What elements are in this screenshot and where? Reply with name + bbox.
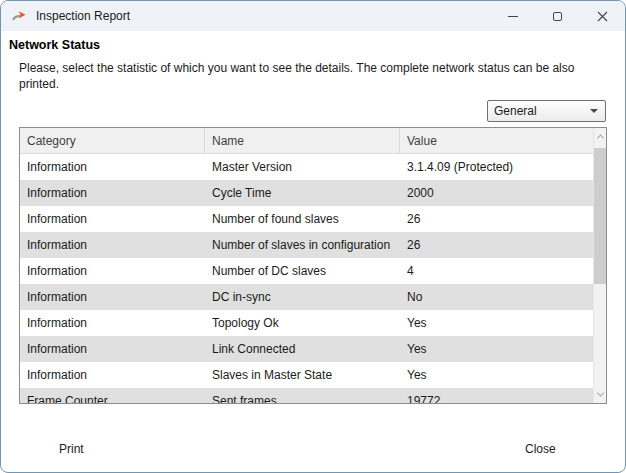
cell-value: Yes <box>400 316 593 330</box>
cell-value: 26 <box>400 212 593 226</box>
app-arrow-icon <box>11 8 27 24</box>
cell-category: Frame Counter <box>20 394 205 404</box>
chevron-up-icon <box>596 134 603 141</box>
cell-value: 26 <box>400 238 593 252</box>
print-button[interactable]: Print <box>51 437 92 461</box>
column-header-value[interactable]: Value <box>400 128 593 153</box>
table-row[interactable]: InformationSlaves in Master StateYes <box>20 362 593 388</box>
cell-category: Information <box>20 212 205 226</box>
table-row[interactable]: InformationNumber of found slaves26 <box>20 206 593 232</box>
maximize-button[interactable] <box>535 1 580 31</box>
cell-name: Sent frames <box>205 394 400 404</box>
column-header-category[interactable]: Category <box>20 128 205 153</box>
minimize-button[interactable] <box>490 1 535 31</box>
table-row[interactable]: InformationLink ConnectedYes <box>20 336 593 362</box>
cell-category: Information <box>20 342 205 356</box>
table-row[interactable]: Frame CounterSent frames19772 <box>20 388 593 404</box>
instructions-text: Please, select the statistic of which yo… <box>19 61 593 92</box>
table-row[interactable]: InformationMaster Version3.1.4.09 (Prote… <box>20 154 593 180</box>
column-header-name[interactable]: Name <box>205 128 400 153</box>
minimize-icon <box>508 16 518 17</box>
maximize-icon <box>553 12 562 21</box>
table-row[interactable]: InformationCycle Time2000 <box>20 180 593 206</box>
table-header-row: Category Name Value <box>20 128 593 154</box>
cell-value: 2000 <box>400 186 593 200</box>
scrollbar-thumb[interactable] <box>594 148 606 284</box>
cell-category: Information <box>20 264 205 278</box>
cell-value: Yes <box>400 368 593 382</box>
scroll-up-button[interactable] <box>594 128 606 145</box>
table-body: InformationMaster Version3.1.4.09 (Prote… <box>20 154 593 404</box>
cell-category: Information <box>20 316 205 330</box>
cell-name: Number of found slaves <box>205 212 400 226</box>
cell-name: Cycle Time <box>205 186 400 200</box>
cell-value: 3.1.4.09 (Protected) <box>400 160 593 174</box>
close-icon <box>597 11 608 22</box>
window-controls <box>490 1 625 31</box>
cell-value: 19772 <box>400 394 593 404</box>
cell-name: Number of slaves in configuration <box>205 238 400 252</box>
chevron-down-icon <box>590 109 598 113</box>
close-button[interactable]: Close <box>517 437 564 461</box>
network-status-table: Category Name Value InformationMaster Ve… <box>19 127 607 404</box>
cell-name: Topology Ok <box>205 316 400 330</box>
cell-value: Yes <box>400 342 593 356</box>
table-row[interactable]: InformationNumber of slaves in configura… <box>20 232 593 258</box>
table-row[interactable]: InformationDC in-syncNo <box>20 284 593 310</box>
chevron-down-icon <box>596 390 603 397</box>
inspection-report-dialog: Inspection Report Network Status Please,… <box>0 0 626 473</box>
cell-category: Information <box>20 238 205 252</box>
table-row[interactable]: InformationNumber of DC slaves4 <box>20 258 593 284</box>
cell-name: Master Version <box>205 160 400 174</box>
cell-category: Information <box>20 160 205 174</box>
cell-name: Link Connected <box>205 342 400 356</box>
cell-name: Slaves in Master State <box>205 368 400 382</box>
cell-category: Information <box>20 290 205 304</box>
cell-value: No <box>400 290 593 304</box>
statistic-dropdown[interactable]: General <box>487 100 606 122</box>
cell-category: Information <box>20 186 205 200</box>
cell-category: Information <box>20 368 205 382</box>
close-window-button[interactable] <box>580 1 625 31</box>
cell-name: DC in-sync <box>205 290 400 304</box>
cell-value: 4 <box>400 264 593 278</box>
window-title: Inspection Report <box>36 9 130 23</box>
page-title: Network Status <box>9 38 100 52</box>
vertical-scrollbar[interactable] <box>593 128 606 403</box>
table-row[interactable]: InformationTopology OkYes <box>20 310 593 336</box>
titlebar[interactable]: Inspection Report <box>1 1 625 31</box>
cell-name: Number of DC slaves <box>205 264 400 278</box>
statistic-dropdown-value: General <box>488 104 590 118</box>
scroll-down-button[interactable] <box>594 386 606 403</box>
